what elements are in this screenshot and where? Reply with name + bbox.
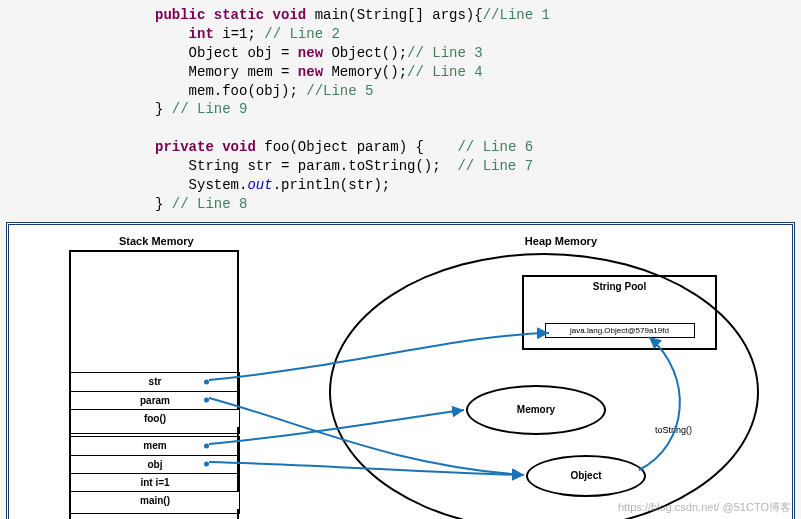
cmt-l3: // Line 3 — [407, 45, 483, 61]
print-out: out — [247, 177, 272, 193]
stack-box: str param foo() mem obj int i=1 main() — [69, 250, 239, 519]
row-label: obj — [148, 459, 163, 470]
print-a: System. — [189, 177, 248, 193]
kw-new-1: new — [298, 45, 323, 61]
row-label: mem — [143, 440, 166, 451]
stack-frame-main: mem obj int i=1 main() — [70, 436, 240, 514]
string-pool-entry: java.lang.Object@579a19fd — [545, 323, 695, 338]
main-sig: main(String[] args){ — [306, 7, 482, 23]
memory-diagram: Stack Memory Heap Memory str param foo()… — [6, 222, 795, 519]
heap-ellipse: String Pool java.lang.Object@579a19fd Me… — [329, 253, 759, 519]
pointer-dot-icon — [204, 443, 209, 448]
stack-frame-foo: str param foo() — [70, 372, 240, 434]
frame-name-foo: foo() — [71, 409, 239, 427]
stack-row-i: int i=1 — [71, 473, 239, 491]
pointer-dot-icon — [204, 462, 209, 467]
row-label: str — [149, 376, 162, 387]
cmt-l2: // Line 2 — [264, 26, 340, 42]
l3a: Object obj = — [189, 45, 298, 61]
pointer-dot-icon — [204, 379, 209, 384]
tostring-label: toString() — [655, 425, 692, 435]
l3b: Object(); — [323, 45, 407, 61]
cmt-l7: // Line 7 — [457, 158, 533, 174]
heap-object-memory: Memory — [466, 385, 606, 435]
row-label: int i=1 — [140, 477, 169, 488]
kw-new-2: new — [298, 64, 323, 80]
kw-private-void: private void — [155, 139, 256, 155]
stack-row-obj: obj — [71, 455, 239, 473]
string-pool-label: String Pool — [524, 281, 715, 292]
l5a: mem.foo(obj); — [189, 83, 307, 99]
print-b: .println(str); — [273, 177, 391, 193]
cmt-l9: // Line 9 — [172, 101, 248, 117]
l9a: } — [155, 101, 172, 117]
stack-row-str: str — [71, 373, 239, 391]
l4a: Memory mem = — [189, 64, 298, 80]
frame-name-main: main() — [71, 491, 239, 509]
l7a: String str = param.toString(); — [189, 158, 458, 174]
string-pool-box: String Pool java.lang.Object@579a19fd — [522, 275, 717, 350]
cmt-l4: // Line 4 — [407, 64, 483, 80]
cmt-l6: // Line 6 — [457, 139, 533, 155]
heap-memory-label: Heap Memory — [525, 235, 597, 247]
l8a: } — [155, 196, 172, 212]
cmt-l1: //Line 1 — [483, 7, 550, 23]
stack-memory-label: Stack Memory — [119, 235, 194, 247]
kw-int: int — [189, 26, 214, 42]
stack-row-param: param — [71, 391, 239, 409]
code-block: public static void main(String[] args){/… — [0, 0, 801, 222]
pointer-dot-icon — [204, 398, 209, 403]
foo-sig: foo(Object param) { — [256, 139, 458, 155]
kw-public-static-void: public static void — [155, 7, 306, 23]
cmt-l8: // Line 8 — [172, 196, 248, 212]
row-label: param — [140, 395, 170, 406]
stack-row-mem: mem — [71, 437, 239, 455]
watermark: https://blog.csdn.net/ @51CTO博客 — [618, 500, 791, 515]
l2-text: i=1; — [214, 26, 264, 42]
cmt-l5: //Line 5 — [306, 83, 373, 99]
heap-object-object: Object — [526, 455, 646, 497]
l4b: Memory(); — [323, 64, 407, 80]
